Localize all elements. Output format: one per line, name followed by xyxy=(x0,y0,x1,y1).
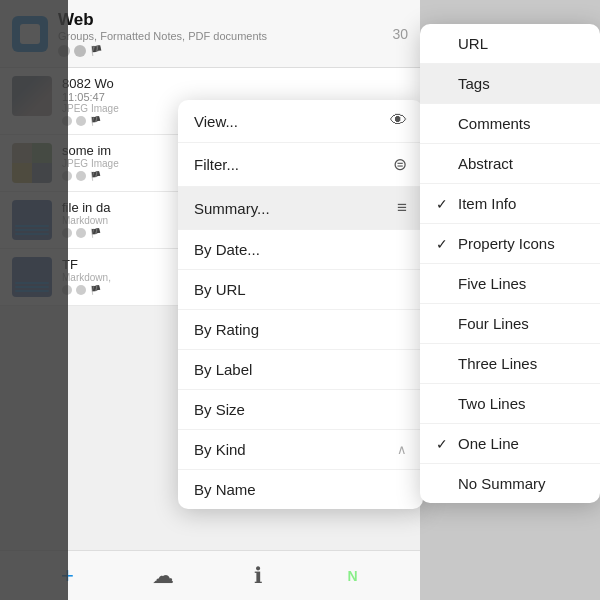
chevron-up-icon: ∧ xyxy=(397,442,407,457)
check-no-summary xyxy=(436,476,452,492)
menu-item-by-name[interactable]: By Name xyxy=(178,470,423,509)
web-count: 30 xyxy=(392,26,408,42)
meta-flag: 🏴 xyxy=(90,171,101,181)
right-item-five-lines[interactable]: Five Lines xyxy=(420,264,600,304)
web-text: Web Groups, Formatted Notes, PDF documen… xyxy=(58,10,382,57)
web-subtitle: Groups, Formatted Notes, PDF documents xyxy=(58,30,382,42)
left-strip xyxy=(0,0,68,600)
cloud-button[interactable]: ☁ xyxy=(143,556,183,596)
check-comments xyxy=(436,116,452,132)
filter-icon: ⊜ xyxy=(393,154,407,175)
check-one-line: ✓ xyxy=(436,436,452,452)
check-property-icons: ✓ xyxy=(436,236,452,252)
nav-button[interactable]: N xyxy=(333,556,373,596)
right-item-one-line[interactable]: ✓ One Line xyxy=(420,424,600,464)
menu-item-by-date[interactable]: By Date... xyxy=(178,230,423,270)
menu-item-filter[interactable]: Filter... ⊜ xyxy=(178,143,423,187)
check-three-lines xyxy=(436,356,452,372)
meta-dot xyxy=(76,116,86,126)
menu-item-view[interactable]: View... 👁 xyxy=(178,100,423,143)
right-dropdown-menu: URL Tags Comments Abstract ✓ Item Info ✓… xyxy=(420,24,600,503)
check-five-lines xyxy=(436,276,452,292)
check-abstract xyxy=(436,156,452,172)
right-item-three-lines[interactable]: Three Lines xyxy=(420,344,600,384)
view-icon: 👁 xyxy=(390,111,407,131)
right-item-url[interactable]: URL xyxy=(420,24,600,64)
right-item-no-summary[interactable]: No Summary xyxy=(420,464,600,503)
right-item-comments[interactable]: Comments xyxy=(420,104,600,144)
check-url xyxy=(436,36,452,52)
item-name: 8082 Wo xyxy=(62,76,408,91)
pin-icon: 🏴 xyxy=(90,45,102,57)
meta-dot xyxy=(76,171,86,181)
right-item-item-info[interactable]: ✓ Item Info xyxy=(420,184,600,224)
menu-item-by-rating[interactable]: By Rating xyxy=(178,310,423,350)
menu-item-by-kind[interactable]: By Kind ∧ xyxy=(178,430,423,470)
check-tags xyxy=(436,76,452,92)
right-item-tags[interactable]: Tags xyxy=(420,64,600,104)
left-dropdown-menu: View... 👁 Filter... ⊜ Summary... ≡ By Da… xyxy=(178,100,423,509)
meta-flag: 🏴 xyxy=(90,228,101,238)
check-item-info: ✓ xyxy=(436,196,452,212)
dot2 xyxy=(74,45,86,57)
right-item-abstract[interactable]: Abstract xyxy=(420,144,600,184)
menu-item-summary[interactable]: Summary... ≡ xyxy=(178,187,423,230)
meta-flag: 🏴 xyxy=(90,285,101,295)
menu-item-by-url[interactable]: By URL xyxy=(178,270,423,310)
menu-item-by-size[interactable]: By Size xyxy=(178,390,423,430)
check-two-lines xyxy=(436,396,452,412)
check-four-lines xyxy=(436,316,452,332)
meta-dot xyxy=(76,228,86,238)
right-item-property-icons[interactable]: ✓ Property Icons xyxy=(420,224,600,264)
right-item-four-lines[interactable]: Four Lines xyxy=(420,304,600,344)
info-button[interactable]: ℹ xyxy=(238,556,278,596)
meta-flag: 🏴 xyxy=(90,116,101,126)
right-item-two-lines[interactable]: Two Lines xyxy=(420,384,600,424)
menu-item-by-label[interactable]: By Label xyxy=(178,350,423,390)
summary-icon: ≡ xyxy=(397,198,407,218)
web-title: Web xyxy=(58,10,382,30)
meta-dot xyxy=(76,285,86,295)
